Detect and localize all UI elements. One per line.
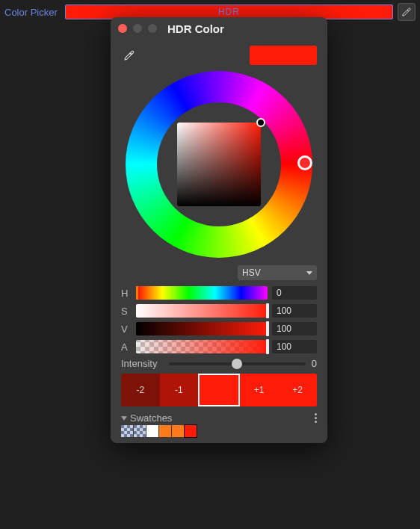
intensity-label: Intensity bbox=[121, 358, 163, 369]
hue-label: H bbox=[121, 288, 132, 299]
color-mode-value: HSV bbox=[242, 267, 261, 278]
color-wheel[interactable] bbox=[126, 71, 312, 258]
saturation-label: S bbox=[121, 306, 132, 317]
swatch-item[interactable] bbox=[134, 425, 146, 437]
swatch-item[interactable] bbox=[159, 425, 171, 437]
hdr-color-dialog: HDR Color HSV H 0 bbox=[111, 17, 327, 443]
sv-box[interactable] bbox=[177, 123, 261, 206]
maximize-button[interactable] bbox=[148, 24, 157, 33]
hdr-badge: HDR bbox=[218, 7, 240, 17]
dialog-title: HDR Color bbox=[167, 22, 224, 35]
eyedropper-icon bbox=[401, 7, 412, 17]
exposure-stop[interactable]: -1 bbox=[160, 374, 199, 406]
window-controls bbox=[118, 24, 157, 33]
eyedropper-button[interactable] bbox=[398, 3, 416, 21]
alpha-label: A bbox=[121, 341, 132, 353]
value-input[interactable]: 100 bbox=[272, 322, 317, 335]
titlebar[interactable]: HDR Color bbox=[111, 17, 327, 40]
exposure-stop[interactable]: -2 bbox=[121, 374, 160, 406]
minimize-button[interactable] bbox=[133, 24, 142, 33]
alpha-row: A 100 bbox=[121, 340, 317, 353]
swatches-menu-button[interactable] bbox=[315, 413, 317, 423]
chevron-down-icon bbox=[306, 271, 312, 275]
value-slider[interactable] bbox=[136, 322, 268, 335]
swatch-item[interactable] bbox=[146, 425, 158, 437]
saturation-row: S 100 bbox=[121, 304, 317, 318]
current-color-swatch[interactable] bbox=[250, 46, 317, 65]
intensity-slider[interactable] bbox=[169, 362, 306, 365]
value-label: V bbox=[121, 324, 132, 335]
swatch-item[interactable] bbox=[185, 425, 197, 437]
intensity-row: Intensity 0 bbox=[121, 358, 317, 369]
eyedropper-button[interactable] bbox=[121, 47, 138, 64]
color-mode-select[interactable]: HSV bbox=[238, 265, 317, 280]
value-row: V 100 bbox=[121, 322, 317, 335]
alpha-slider[interactable] bbox=[136, 340, 268, 353]
intensity-input[interactable]: 0 bbox=[312, 358, 317, 369]
exposure-stop[interactable]: +2 bbox=[278, 374, 317, 406]
saturation-slider[interactable] bbox=[136, 304, 268, 318]
sv-cursor[interactable] bbox=[256, 118, 265, 127]
exposure-stop[interactable] bbox=[198, 374, 240, 406]
hue-slider[interactable] bbox=[136, 286, 268, 300]
hue-row: H 0 bbox=[121, 286, 317, 300]
swatches-label: Swatches bbox=[130, 412, 172, 424]
saturation-input[interactable]: 100 bbox=[272, 304, 317, 318]
hue-input[interactable]: 0 bbox=[272, 286, 317, 300]
swatch-item[interactable] bbox=[172, 425, 184, 437]
eyedropper-icon bbox=[123, 49, 135, 61]
exposure-stops: -2-1+1+2 bbox=[121, 374, 317, 406]
triangle-down-icon bbox=[121, 416, 127, 421]
swatch-item[interactable] bbox=[121, 425, 133, 437]
swatches-foldout[interactable]: Swatches bbox=[121, 412, 172, 424]
close-button[interactable] bbox=[118, 24, 127, 33]
hue-cursor[interactable] bbox=[297, 155, 312, 170]
property-label: Color Picker bbox=[4, 7, 58, 18]
swatch-row bbox=[121, 425, 317, 437]
exposure-stop[interactable]: +1 bbox=[240, 374, 279, 406]
intensity-knob[interactable] bbox=[232, 359, 242, 369]
alpha-input[interactable]: 100 bbox=[272, 340, 317, 353]
